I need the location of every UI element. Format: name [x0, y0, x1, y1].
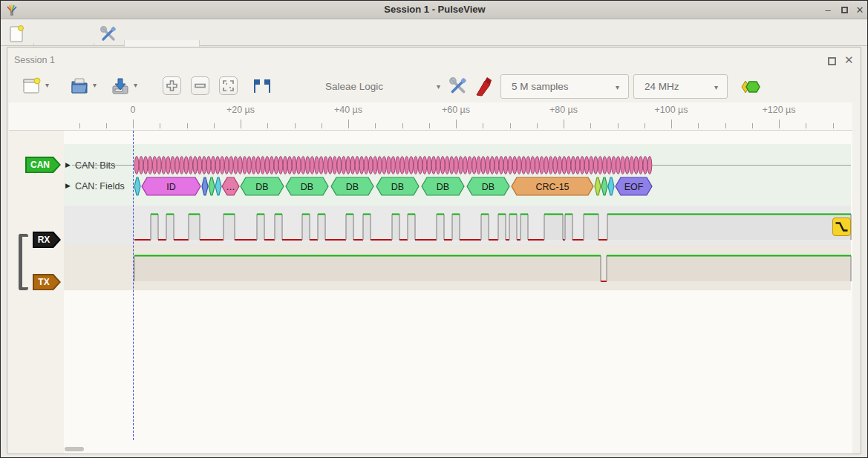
- zoom-out-icon: [192, 77, 209, 94]
- decoder-tag-label: CAN: [27, 158, 59, 172]
- new-view-dropdown-icon[interactable]: ▾: [45, 81, 49, 89]
- can-bit-annotation: [256, 157, 261, 174]
- can-bit-annotation: [396, 157, 400, 174]
- zoom-fit-button[interactable]: [219, 76, 238, 95]
- can-bit-annotation: [287, 157, 292, 174]
- save-file-dropdown-icon[interactable]: ▾: [134, 81, 137, 89]
- can-bit-annotation: [211, 157, 215, 174]
- can-bit-annotation: [571, 157, 575, 174]
- rx-high-fill: [521, 215, 528, 241]
- trace-view[interactable]: 0+20 µs+40 µs+60 µs+80 µs+100 µs+120 µs …: [9, 102, 852, 454]
- can-bit-annotation: [612, 157, 616, 174]
- can-bit-annotation: [373, 157, 377, 174]
- channels-probe-icon[interactable]: [475, 76, 493, 96]
- can-bit-annotation: [189, 157, 193, 174]
- can-bit-annotation: [414, 157, 418, 174]
- can-bit-annotation: [139, 157, 143, 174]
- can-field-label: DB: [346, 182, 359, 192]
- rx-high-fill: [189, 215, 200, 241]
- can-bit-annotation: [364, 157, 368, 174]
- can-field-label: CRC-15: [535, 182, 569, 192]
- configure-device-icon[interactable]: [448, 76, 468, 96]
- rx-high-fill: [363, 215, 371, 241]
- show-cursors-icon[interactable]: [252, 78, 273, 94]
- can-bit-annotation: [526, 157, 531, 174]
- sample-rate-combobox[interactable]: 24 MHz ▾: [633, 74, 728, 99]
- can-bit-annotation: [359, 157, 364, 174]
- can-bit-annotation: [634, 157, 639, 174]
- can-bit-annotation: [598, 157, 603, 174]
- can-bit-annotation: [328, 157, 333, 174]
- sample-rate-caret-icon: ▾: [714, 76, 718, 99]
- session-maximize-button[interactable]: [828, 57, 836, 65]
- can-field-label: DB: [437, 182, 449, 192]
- can-bit-annotation: [337, 157, 342, 174]
- save-file-icon[interactable]: [110, 76, 131, 96]
- can-field-label: DB: [482, 182, 495, 192]
- can-bit-annotation: [454, 157, 459, 174]
- close-button[interactable]: ✕: [852, 1, 867, 19]
- rx-high-fill: [166, 215, 174, 241]
- tx-high-fill: [134, 257, 601, 282]
- horizontal-scrollbar-thumb[interactable]: [65, 447, 84, 451]
- new-view-icon[interactable]: [22, 76, 42, 96]
- can-bit-annotation: [463, 157, 468, 174]
- can-bit-annotation: [593, 157, 598, 174]
- can-bit-annotation: [499, 157, 503, 174]
- can-bit-annotation: [603, 157, 607, 174]
- can-bit-annotation: [355, 157, 359, 174]
- can-bit-annotation: [486, 157, 490, 174]
- can-field-annotation: [134, 177, 140, 195]
- can-bit-annotation: [584, 157, 589, 174]
- zoom-in-button[interactable]: [163, 76, 181, 95]
- settings-wrench-icon[interactable]: [99, 25, 117, 43]
- can-field-annotation: [202, 177, 208, 195]
- can-bit-annotation: [175, 157, 180, 174]
- can-bit-annotation: [468, 157, 472, 174]
- can-bit-annotation: [616, 157, 621, 174]
- add-decoder-icon[interactable]: [740, 79, 762, 95]
- open-file-dropdown-icon[interactable]: ▾: [93, 81, 97, 89]
- rx-high-fill: [452, 215, 460, 241]
- can-bit-annotation: [405, 157, 409, 174]
- signal-tag-tx[interactable]: TX: [33, 274, 61, 290]
- device-select-value: Saleae Logic: [325, 81, 383, 92]
- session-close-button[interactable]: ✕: [844, 53, 854, 67]
- can-field-label: DB: [255, 182, 268, 192]
- can-bit-annotation: [382, 157, 387, 174]
- signal-tag-rx[interactable]: RX: [33, 232, 61, 248]
- can-bit-annotation: [180, 157, 184, 174]
- rx-high-fill: [151, 215, 158, 241]
- rx-high-fill: [275, 215, 282, 241]
- can-bit-annotation: [333, 157, 337, 174]
- can-bit-annotation: [261, 157, 265, 174]
- new-session-icon[interactable]: [7, 24, 27, 44]
- can-bit-annotation: [449, 157, 454, 174]
- can-bit-annotation: [400, 157, 405, 174]
- can-bit-annotation: [166, 157, 171, 174]
- can-bit-annotation: [643, 157, 647, 174]
- zoom-fit-icon: [220, 77, 237, 94]
- expander-can-fields-icon[interactable]: ▶: [65, 182, 71, 189]
- trace-group-bracket[interactable]: [19, 234, 28, 290]
- device-select[interactable]: Saleae Logic ▾: [325, 74, 440, 99]
- expander-can-bits-icon[interactable]: ▶: [65, 161, 71, 169]
- minimize-button[interactable]: –: [820, 1, 835, 19]
- can-bit-annotation: [143, 157, 148, 174]
- sample-count-combobox[interactable]: 5 M samples ▾: [500, 74, 629, 99]
- maximize-button[interactable]: [837, 1, 852, 19]
- trigger-marker[interactable]: [832, 217, 851, 236]
- can-bit-annotation: [220, 157, 224, 174]
- rx-high-fill: [565, 215, 572, 241]
- can-bit-annotation: [544, 157, 549, 174]
- sample-count-caret-icon: ▾: [616, 76, 619, 99]
- decoder-tag-can[interactable]: CAN: [25, 157, 61, 173]
- can-field-annotation: [209, 177, 215, 195]
- rx-high-fill: [257, 215, 264, 241]
- can-bit-annotation: [346, 157, 350, 174]
- open-file-icon[interactable]: [69, 76, 90, 96]
- can-bit-annotation: [274, 157, 278, 174]
- zoom-out-button[interactable]: [191, 76, 209, 95]
- can-field-annotation: [595, 177, 601, 195]
- sample-count-value: 5 M samples: [512, 81, 569, 92]
